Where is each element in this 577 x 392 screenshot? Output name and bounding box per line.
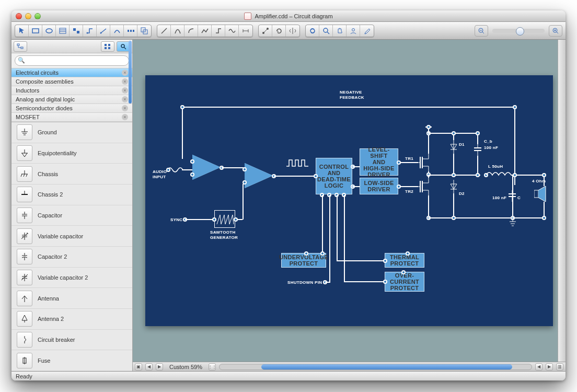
connector-node[interactable] bbox=[304, 251, 308, 256]
connector-node[interactable] bbox=[406, 251, 410, 256]
close-icon[interactable]: × bbox=[122, 70, 128, 76]
zoom-in-button[interactable] bbox=[549, 25, 562, 37]
rotate-tool[interactable] bbox=[272, 25, 286, 37]
vertical-scrollbar[interactable] bbox=[558, 40, 566, 362]
connector-tool-1[interactable] bbox=[83, 25, 97, 37]
close-icon[interactable]: × bbox=[122, 87, 128, 94]
close-icon[interactable]: × bbox=[122, 96, 128, 102]
shape-ground[interactable]: Ground bbox=[11, 122, 132, 143]
group-tool[interactable] bbox=[137, 25, 151, 37]
page-prev-button[interactable]: ▣ bbox=[135, 363, 142, 371]
eyedropper-tool[interactable] bbox=[360, 25, 374, 37]
diode-icon[interactable] bbox=[449, 140, 458, 154]
curve-tool[interactable] bbox=[171, 25, 184, 37]
shape-chassis-2[interactable]: Chassis 2 bbox=[11, 185, 132, 205]
connector-node[interactable] bbox=[166, 168, 170, 172]
user-view-tool[interactable] bbox=[347, 25, 360, 37]
connector-node[interactable] bbox=[243, 167, 247, 171]
close-icon[interactable]: × bbox=[122, 78, 128, 85]
amplifier-2[interactable] bbox=[245, 163, 273, 188]
panel-toggle-button[interactable]: ▥ bbox=[556, 363, 563, 371]
diagram-canvas[interactable]: NEGATIVE FEEDBACK AUDIO INPUT bbox=[145, 75, 553, 326]
capacitor-icon[interactable] bbox=[474, 144, 482, 156]
polyline-tool[interactable] bbox=[198, 25, 212, 37]
shape-chassis[interactable]: Chassis bbox=[11, 164, 132, 185]
scroll-right-button[interactable]: ▶ bbox=[156, 363, 163, 371]
connector-node[interactable] bbox=[190, 172, 194, 177]
connector-node[interactable] bbox=[476, 173, 480, 177]
transistor-icon[interactable] bbox=[417, 178, 433, 195]
zoom-tool[interactable] bbox=[319, 25, 333, 37]
grid-view-button[interactable] bbox=[101, 41, 114, 52]
connector-tool-2[interactable] bbox=[97, 25, 110, 37]
close-icon[interactable]: × bbox=[122, 105, 128, 111]
category-mosfet[interactable]: MOSFET × bbox=[11, 113, 132, 122]
block-thermal[interactable]: THERMAL PROTECT bbox=[385, 253, 424, 268]
close-icon[interactable]: × bbox=[122, 114, 128, 120]
connector-tool-3[interactable] bbox=[110, 25, 124, 37]
shape-circuit-breaker[interactable]: Circuit breaker bbox=[11, 330, 132, 351]
amplifier-1[interactable] bbox=[192, 155, 221, 180]
connector-node[interactable] bbox=[476, 131, 480, 135]
list-tool[interactable] bbox=[56, 25, 70, 37]
block-level-shift[interactable]: LEVEL-SHIFT AND HIGH-SIDE DRIVER bbox=[360, 148, 398, 176]
capacitor-icon[interactable] bbox=[508, 190, 516, 202]
shape-fuse[interactable]: Fuse bbox=[11, 350, 132, 371]
connector-node[interactable] bbox=[542, 216, 546, 220]
connector-node[interactable] bbox=[401, 270, 406, 274]
connector-node[interactable] bbox=[190, 159, 194, 164]
connector-node[interactable] bbox=[397, 185, 401, 189]
scroll-left-button-2[interactable]: ◀ bbox=[535, 363, 543, 371]
connector-node[interactable] bbox=[542, 173, 546, 177]
arc-tool[interactable] bbox=[184, 25, 198, 37]
category-analog-digital-logic[interactable]: Analog and digital logic × bbox=[11, 95, 132, 104]
zoom-label[interactable]: Custom 59% bbox=[166, 364, 205, 370]
shape-variable-capacitor[interactable]: Variable capacitor bbox=[11, 226, 132, 247]
scroll-right-button-2[interactable]: ▶ bbox=[546, 363, 553, 371]
shape-antenna[interactable]: Antenna bbox=[11, 288, 132, 309]
category-semiconductor-diodes[interactable]: Semiconductor diodes × bbox=[11, 104, 132, 113]
pointer-tool[interactable] bbox=[15, 25, 29, 37]
shape-equipotentiality[interactable]: Equipotentiality bbox=[11, 143, 132, 164]
transistor-icon[interactable] bbox=[417, 154, 433, 171]
block-control-logic[interactable]: CONTROL AND DEAD-TIME LOGIC bbox=[316, 158, 352, 194]
connector-node[interactable] bbox=[452, 131, 456, 135]
spline-tool[interactable] bbox=[225, 25, 239, 37]
connector-node[interactable] bbox=[383, 259, 387, 263]
scroll-thumb[interactable] bbox=[261, 364, 512, 370]
block-low-side[interactable]: LOW-SIDE DRIVER bbox=[360, 178, 398, 194]
refresh-tool[interactable] bbox=[306, 25, 319, 37]
category-composite-assemblies[interactable]: Composite assemblies × bbox=[11, 77, 132, 86]
connector-node[interactable] bbox=[452, 216, 456, 220]
zoom-slider[interactable] bbox=[492, 29, 545, 33]
connector-node[interactable] bbox=[320, 251, 325, 256]
block-overcurrent[interactable]: OVER- CURRENT PROTECT bbox=[385, 272, 424, 292]
search-input[interactable] bbox=[15, 55, 129, 66]
category-inductors[interactable]: Inductors × bbox=[11, 86, 132, 95]
scroll-left-button[interactable]: ◀ bbox=[145, 363, 153, 371]
scroll-track[interactable] bbox=[219, 364, 532, 370]
category-electrical-circuits[interactable]: Electrical circuits × bbox=[11, 68, 132, 77]
shape-capacitor-2[interactable]: Capacitor 2 bbox=[11, 247, 132, 268]
connector-node[interactable] bbox=[180, 105, 184, 109]
zoom-out-button[interactable] bbox=[475, 25, 488, 37]
connector-node[interactable] bbox=[234, 217, 238, 222]
connector-node[interactable] bbox=[513, 105, 517, 109]
shape-antenna-2[interactable]: Antenna 2 bbox=[11, 309, 132, 330]
shape-capacitor[interactable]: Capacitor bbox=[11, 205, 132, 226]
rect-tool[interactable] bbox=[29, 25, 42, 37]
connector-node[interactable] bbox=[397, 160, 401, 165]
block-undervoltage[interactable]: UNDERVOLTAGE PROTECT bbox=[281, 253, 326, 268]
sidebar-scrollbar[interactable] bbox=[128, 40, 132, 371]
shape-variable-capacitor-2[interactable]: Variable capacitor 2 bbox=[11, 268, 132, 289]
connector-node[interactable] bbox=[513, 173, 517, 177]
ellipse-tool[interactable] bbox=[42, 25, 56, 37]
inductor-icon[interactable] bbox=[486, 171, 512, 179]
dimension-tool[interactable] bbox=[239, 25, 252, 37]
align-tool[interactable] bbox=[70, 25, 83, 37]
connector-node[interactable] bbox=[452, 173, 456, 177]
orthogonal-tool[interactable] bbox=[212, 25, 225, 37]
flip-tool[interactable] bbox=[286, 25, 299, 37]
connector-node[interactable] bbox=[212, 217, 216, 222]
speaker-icon[interactable] bbox=[534, 185, 550, 203]
